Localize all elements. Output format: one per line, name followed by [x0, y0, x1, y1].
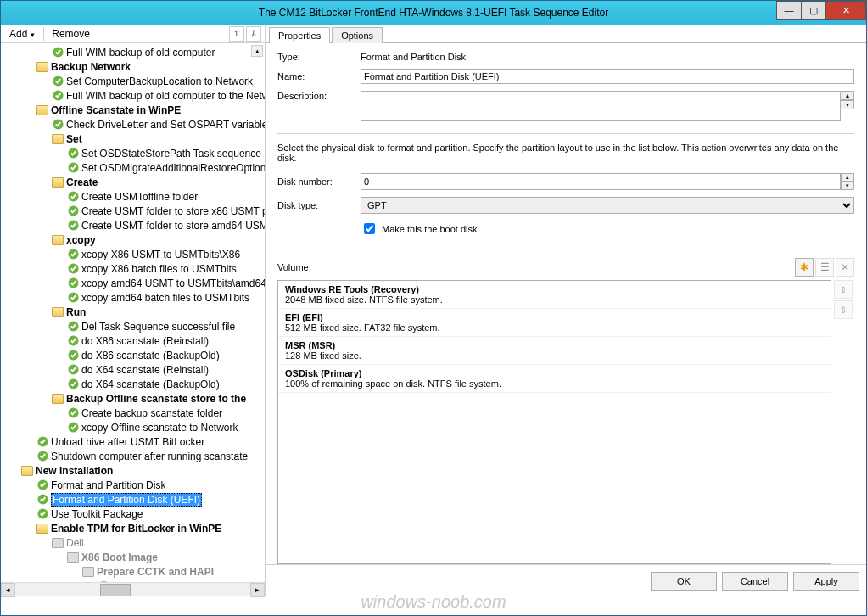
boot-disk-checkbox[interactable]: Make this the boot disk: [361, 221, 478, 237]
ok-button[interactable]: OK: [651, 572, 717, 591]
tree-item[interactable]: New Installation: [1, 463, 265, 478]
tree-item[interactable]: xcopy X86 USMT to USMTbits\X86: [1, 247, 265, 261]
tree-item[interactable]: Del Task Sequence successful file: [1, 319, 265, 333]
apply-button[interactable]: Apply: [793, 572, 859, 591]
tree-item[interactable]: Use Toolkit Package: [1, 507, 265, 521]
tree-item[interactable]: do X86 scanstate (Reinstall): [1, 333, 265, 348]
minimize-button[interactable]: —: [776, 1, 802, 20]
description-input[interactable]: [361, 91, 841, 121]
tree-item[interactable]: Format and Partition Disk: [1, 478, 265, 492]
scroll-track[interactable]: [15, 583, 250, 597]
volume-move-down-icon[interactable]: ⇩: [834, 300, 853, 319]
tree-item[interactable]: Offline Scanstate in WinPE: [1, 103, 265, 117]
spin-buttons[interactable]: ▴▾: [841, 173, 854, 190]
tree-item[interactable]: Dell: [1, 535, 265, 550]
tree-item-label: Format and Partition Disk (UEFI): [51, 493, 202, 507]
volume-item[interactable]: MSR (MSR)128 MB fixed size.: [278, 337, 831, 365]
volume-toolbar: ✱ ☰ ✕: [795, 258, 854, 277]
tree-item-label: New Installation: [36, 465, 113, 477]
volume-item[interactable]: EFI (EFI)512 MB fixed size. FAT32 file s…: [278, 309, 831, 337]
move-up-icon[interactable]: ⇧: [229, 26, 244, 42]
scroll-left-icon[interactable]: ◂: [1, 583, 15, 597]
delete-volume-button[interactable]: ✕: [836, 258, 854, 277]
tree-item-label: Set ComputerBackupLocation to Network: [66, 76, 253, 87]
check-icon: [67, 350, 79, 361]
tree-item[interactable]: Create USMToffline folder: [1, 189, 265, 204]
tree-item-label: Create USMToffline folder: [81, 191, 198, 203]
tree-item[interactable]: xcopy: [1, 232, 265, 247]
remove-button[interactable]: Remove: [47, 26, 95, 42]
horizontal-scrollbar[interactable]: ◂ ▸: [1, 582, 265, 596]
check-icon: [67, 220, 79, 232]
tree-item[interactable]: Set ComputerBackupLocation to Network: [1, 74, 265, 88]
new-volume-button[interactable]: ✱: [795, 258, 814, 277]
folder-icon: [36, 61, 48, 73]
tree-item[interactable]: Set: [1, 132, 265, 146]
name-input[interactable]: [361, 69, 854, 84]
tree-item[interactable]: Unload hive after USMT BitLocker: [1, 434, 265, 449]
tree-item[interactable]: Create: [1, 175, 265, 189]
check-icon: [67, 378, 79, 390]
scroll-right-icon[interactable]: ▸: [250, 583, 265, 597]
tree-item[interactable]: Full WIM backup of old computer: [1, 45, 265, 59]
scroll-up-icon[interactable]: ▴: [251, 45, 263, 57]
tree-item[interactable]: xcopy amd64 USMT to USMTbits\amd64: [1, 276, 265, 290]
volume-item[interactable]: OSDisk (Primary)100% of remaining space …: [278, 365, 831, 393]
tab-properties[interactable]: Properties: [269, 27, 330, 43]
task-sequence-tree[interactable]: ▴ Full WIM backup of old computerBackup …: [1, 43, 265, 582]
disk-type-row: Disk type: GPT: [277, 197, 854, 214]
maximize-button[interactable]: ▢: [801, 1, 826, 20]
tab-options[interactable]: Options: [332, 27, 383, 43]
volume-name: EFI (EFI): [285, 312, 824, 322]
tree-item[interactable]: Format and Partition Disk (UEFI): [1, 492, 265, 507]
tree-item[interactable]: Set OSDMigrateAdditionalRestoreOptions: [1, 160, 265, 175]
add-menu[interactable]: Add▼: [4, 26, 41, 42]
scroll-thumb[interactable]: [100, 584, 131, 596]
tree-item-label: Create USMT folder to store amd64 USM: [81, 220, 265, 232]
check-icon: [67, 335, 79, 347]
tree-item[interactable]: Full WIM backup of old computer to the N…: [1, 88, 265, 103]
tree-item[interactable]: Create USMT folder to store amd64 USM: [1, 218, 265, 232]
check-icon: [36, 451, 48, 462]
disk-number-spin[interactable]: ▴▾: [361, 173, 854, 190]
tree-item[interactable]: Backup Network: [1, 59, 265, 74]
tree-item[interactable]: Prepare CCTK and HAPI: [1, 564, 265, 579]
check-icon: [36, 494, 48, 506]
volume-desc: 100% of remaining space on disk. NTFS fi…: [285, 378, 824, 389]
tree-item[interactable]: do X86 scanstate (BackupOld): [1, 348, 265, 362]
properties-volume-button[interactable]: ☰: [815, 258, 834, 277]
separator: [277, 249, 854, 249]
tree-item[interactable]: Backup Offline scanstate store to the: [1, 391, 265, 406]
check-icon: [52, 119, 64, 131]
description-row: Description: ▴▾: [277, 91, 854, 121]
boot-disk-input[interactable]: [364, 223, 375, 234]
volume-list[interactable]: Windows RE Tools (Recovery)2048 MB fixed…: [277, 280, 831, 564]
tree-item[interactable]: xcopy amd64 batch files to USMTbits: [1, 290, 265, 305]
disk-type-select[interactable]: GPT: [361, 197, 854, 214]
tree-item[interactable]: Create USMT folder to store x86 USMT p: [1, 204, 265, 218]
tree-item[interactable]: Create backup scanstate folder: [1, 406, 265, 420]
volume-move-up-icon[interactable]: ⇧: [834, 280, 853, 299]
move-down-icon[interactable]: ⇩: [246, 26, 261, 42]
volume-item[interactable]: Windows RE Tools (Recovery)2048 MB fixed…: [278, 281, 831, 309]
tree-item-label: Run: [66, 306, 86, 318]
tree-item[interactable]: Enable TPM for BitLocker in WinPE: [1, 521, 265, 535]
textarea-scroll[interactable]: ▴▾: [841, 91, 854, 109]
tree-item[interactable]: do X64 scanstate (Reinstall): [1, 362, 265, 377]
tree-item[interactable]: Check DriveLetter and Set OSPART variabl…: [1, 117, 265, 132]
tree-item[interactable]: xcopy CCTK: [1, 579, 265, 582]
tree-item[interactable]: xcopy X86 batch files to USMTbits: [1, 261, 265, 276]
tree-item[interactable]: Set OSDStateStorePath Task sequence: [1, 146, 265, 160]
window-title: The CM12 BitLocker FrontEnd HTA-Windows …: [1, 7, 866, 19]
cancel-button[interactable]: Cancel: [722, 572, 788, 591]
name-label: Name:: [277, 71, 361, 81]
boot-disk-label: Make this the boot disk: [382, 224, 478, 234]
tree-item-label: Backup Network: [51, 61, 131, 73]
disk-number-input[interactable]: [361, 173, 841, 190]
tree-item[interactable]: Run: [1, 305, 265, 319]
tree-item[interactable]: X86 Boot Image: [1, 550, 265, 564]
tree-item[interactable]: do X64 scanstate (BackupOld): [1, 377, 265, 391]
close-button[interactable]: ✕: [825, 1, 866, 20]
tree-item[interactable]: xcopy Offline scanstate to Network: [1, 420, 265, 434]
tree-item[interactable]: Shutdown computer after running scanstat…: [1, 449, 265, 463]
